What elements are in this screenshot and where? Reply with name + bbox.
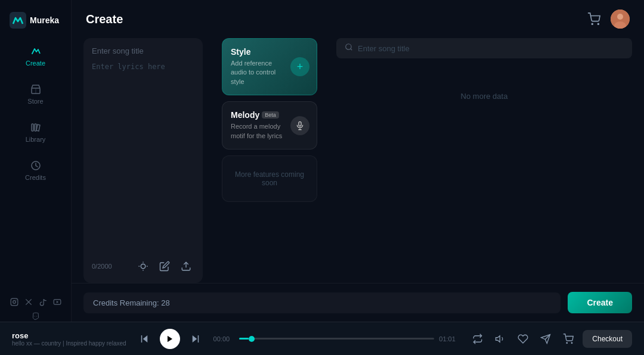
- options-panel: Style Add reference audio to control sty…: [222, 38, 317, 283]
- sidebar-item-create-label: Create: [26, 60, 45, 67]
- page-title: Create: [86, 13, 123, 26]
- tiktok-icon[interactable]: [38, 297, 48, 307]
- player-song-info: rose hello xx — country | Inspired happy…: [12, 331, 126, 347]
- player-song-title: rose: [12, 331, 126, 340]
- right-panel: No more data: [336, 38, 632, 283]
- no-data-text: No more data: [336, 92, 632, 101]
- svg-point-20: [346, 44, 351, 49]
- page-body: 0/2000: [72, 38, 644, 283]
- svg-marker-24: [192, 335, 197, 342]
- player-controls: [136, 329, 204, 349]
- melody-beta-badge: Beta: [262, 111, 279, 119]
- generate-lyrics-btn[interactable]: [135, 258, 151, 275]
- lyrics-footer: 0/2000: [92, 258, 194, 275]
- svg-rect-3: [32, 124, 33, 131]
- melody-title: Melody: [231, 110, 259, 120]
- instagram-icon[interactable]: [9, 297, 20, 307]
- melody-card[interactable]: Melody Beta Record a melody motif for th…: [222, 101, 317, 150]
- share-btn[interactable]: [537, 331, 554, 347]
- sidebar-nav: Create Store: [0, 38, 71, 188]
- player-bar: rose hello xx — country | Inspired happy…: [0, 322, 644, 355]
- social-icons-area: [0, 287, 71, 322]
- skip-back-btn[interactable]: [136, 331, 153, 347]
- melody-mic-btn[interactable]: [290, 116, 309, 135]
- create-button[interactable]: Create: [568, 292, 632, 313]
- player-cart-btn[interactable]: [560, 331, 577, 347]
- sidebar-item-library[interactable]: Library: [5, 114, 66, 150]
- library-icon: [30, 122, 42, 133]
- svg-point-7: [13, 301, 16, 304]
- user-avatar[interactable]: [611, 10, 630, 29]
- lyrics-panel: 0/2000: [83, 38, 203, 283]
- create-bar: Credits Remaining: 28 Create: [72, 283, 644, 322]
- progress-dot: [249, 336, 255, 342]
- discord-icon[interactable]: [30, 311, 41, 322]
- svg-point-29: [566, 342, 568, 344]
- style-card[interactable]: Style Add reference audio to control sty…: [222, 38, 317, 95]
- search-icon: [345, 43, 353, 54]
- svg-marker-23: [168, 335, 172, 342]
- time-current: 00:00: [213, 335, 234, 342]
- skip-forward-btn[interactable]: [187, 331, 204, 347]
- content-area: Create: [72, 0, 644, 322]
- checkout-btn[interactable]: Checkout: [583, 330, 632, 348]
- sidebar-item-credits[interactable]: Credits: [5, 152, 66, 188]
- svg-point-13: [617, 14, 623, 20]
- coming-soon-text: More features coming soon: [231, 164, 308, 193]
- logo-text: Mureka: [30, 15, 59, 25]
- svg-point-11: [597, 23, 599, 24]
- header-icons: [584, 10, 630, 29]
- time-total: 01:01: [439, 335, 460, 342]
- sidebar-item-create[interactable]: Create: [5, 38, 66, 74]
- play-btn[interactable]: [160, 329, 180, 349]
- sidebar-item-store[interactable]: Store: [5, 76, 66, 112]
- loop-btn[interactable]: [469, 331, 486, 347]
- coming-soon-card: More features coming soon: [222, 155, 317, 202]
- like-btn[interactable]: [515, 331, 531, 347]
- player-actions: Checkout: [469, 330, 632, 348]
- sidebar-item-store-label: Store: [27, 98, 43, 105]
- svg-marker-26: [496, 335, 500, 342]
- mureka-logo-icon: [10, 12, 26, 29]
- sidebar: Mureka Create: [0, 0, 72, 322]
- song-title-input[interactable]: [92, 46, 194, 55]
- svg-point-15: [141, 264, 145, 269]
- volume-btn[interactable]: [492, 331, 509, 347]
- x-icon[interactable]: [23, 297, 34, 307]
- youtube-icon[interactable]: [52, 297, 63, 307]
- logo-area: Mureka: [0, 0, 71, 38]
- upload-lyrics-btn[interactable]: [178, 258, 194, 275]
- search-bar: [336, 38, 632, 58]
- player-song-meta: hello xx — country | Inspired happy rela…: [12, 340, 126, 347]
- svg-point-8: [16, 300, 16, 300]
- svg-rect-22: [141, 335, 142, 342]
- svg-point-30: [572, 342, 573, 344]
- style-title: Style: [231, 47, 308, 57]
- credits-icon: [30, 160, 42, 172]
- credits-remaining: Credits Remaining: 28: [83, 292, 561, 313]
- char-count: 0/2000: [92, 263, 112, 270]
- lyrics-actions: [135, 258, 194, 275]
- svg-point-10: [592, 23, 593, 24]
- search-input[interactable]: [358, 44, 624, 53]
- edit-lyrics-btn[interactable]: [156, 258, 173, 275]
- progress-track[interactable]: [239, 338, 435, 340]
- svg-rect-17: [299, 122, 301, 126]
- style-add-btn[interactable]: +: [290, 57, 309, 76]
- svg-marker-21: [143, 335, 147, 342]
- cart-icon[interactable]: [584, 10, 603, 29]
- svg-rect-6: [11, 298, 18, 306]
- create-icon: [30, 45, 42, 57]
- progress-fill: [239, 338, 249, 340]
- svg-rect-25: [197, 335, 199, 342]
- sidebar-item-credits-label: Credits: [25, 174, 46, 181]
- store-icon: [30, 83, 42, 95]
- sidebar-item-library-label: Library: [26, 136, 46, 143]
- page-header: Create: [72, 0, 644, 38]
- lyrics-input[interactable]: [92, 61, 194, 251]
- svg-point-1: [32, 53, 33, 54]
- player-progress: 00:00 01:01: [213, 335, 460, 342]
